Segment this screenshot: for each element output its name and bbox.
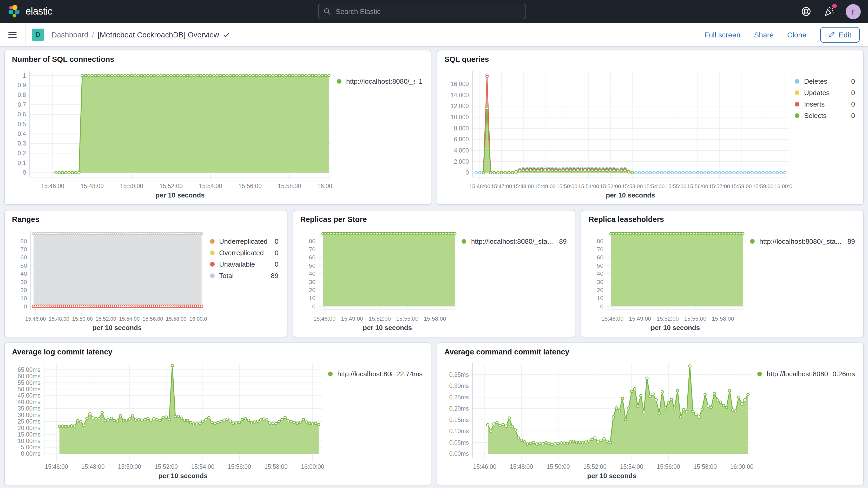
svg-text:15:50:00: 15:50:00 <box>118 463 142 470</box>
svg-text:15:59:00: 15:59:00 <box>753 183 774 189</box>
svg-text:0.30ms: 0.30ms <box>450 383 469 389</box>
svg-text:15:48:00: 15:48:00 <box>49 316 69 322</box>
legend-item: http://localhost:808...22.74ms <box>328 370 423 377</box>
svg-text:15:55:00: 15:55:00 <box>396 315 418 322</box>
svg-text:0.8: 0.8 <box>18 91 26 98</box>
legend-label: Total <box>219 272 267 279</box>
space-badge[interactable]: D <box>32 28 44 41</box>
legend-label: Deletes <box>804 78 847 85</box>
svg-text:0.6: 0.6 <box>18 111 26 118</box>
svg-text:15:51:00: 15:51:00 <box>578 183 599 189</box>
svg-text:15:46:00: 15:46:00 <box>473 463 496 470</box>
svg-text:50: 50 <box>597 262 604 269</box>
kibana-dashboard: elastic <box>0 0 868 488</box>
full-screen-link[interactable]: Full screen <box>704 30 740 39</box>
chart-legend: Deletes0Updates0Inserts0Selects0 <box>792 64 857 201</box>
legend-item: http://localhost:8080/_stat...1 <box>337 78 423 85</box>
svg-text:0.1: 0.1 <box>18 159 26 166</box>
dashboard-grid: Number of SQL connections 00.10.20.30.40… <box>0 47 868 488</box>
command-commit-latency-chart: 0.00ms0.05ms0.10ms0.15ms0.20ms0.25ms0.30… <box>443 357 754 482</box>
edit-button[interactable]: Edit <box>820 27 860 42</box>
pencil-icon <box>828 31 835 38</box>
replica-leaseholders-chart: 0102030405060708015:46:0015:49:0015:52:0… <box>588 224 747 334</box>
menu-button[interactable] <box>0 23 26 46</box>
legend-swatch <box>337 79 341 84</box>
legend-value: 0 <box>851 78 855 85</box>
svg-text:0.00ms: 0.00ms <box>21 450 40 457</box>
legend-label: Overreplicated <box>219 249 270 256</box>
legend-label: Underreplicated <box>219 238 270 245</box>
elastic-logo[interactable]: elastic <box>7 5 53 18</box>
legend-value: 0.26ms <box>833 370 855 377</box>
svg-text:0: 0 <box>23 169 26 176</box>
svg-text:0.5: 0.5 <box>18 121 26 128</box>
svg-text:per 10 seconds: per 10 seconds <box>651 324 700 332</box>
svg-text:10: 10 <box>309 295 315 301</box>
panel-replica-leaseholders: Replica leaseholders 0102030405060708015… <box>581 210 864 337</box>
help-button[interactable] <box>800 5 812 18</box>
svg-text:16,000: 16,000 <box>451 81 469 87</box>
svg-text:15:49:00: 15:49:00 <box>534 183 556 189</box>
svg-text:15:48:00: 15:48:00 <box>81 183 104 189</box>
svg-text:15:48:00: 15:48:00 <box>81 463 105 470</box>
svg-text:15:52:00: 15:52:00 <box>96 316 116 322</box>
breadcrumb-dashboard[interactable]: Dashboard <box>52 30 88 39</box>
svg-text:60: 60 <box>597 254 604 261</box>
svg-text:15:56:00: 15:56:00 <box>228 463 251 470</box>
svg-text:15.00ms: 15.00ms <box>18 431 40 438</box>
legend-label: Unavailable <box>219 261 270 268</box>
svg-text:0.9: 0.9 <box>18 82 26 89</box>
legend-value: 22.74ms <box>396 370 423 377</box>
svg-text:2,000: 2,000 <box>454 158 469 165</box>
share-link[interactable]: Share <box>754 30 774 39</box>
svg-text:15:49:00: 15:49:00 <box>341 315 363 322</box>
global-search[interactable] <box>318 4 526 19</box>
legend-value: 89 <box>271 272 278 279</box>
svg-text:10: 10 <box>20 295 27 301</box>
svg-text:per 10 seconds: per 10 seconds <box>587 472 636 480</box>
svg-text:50: 50 <box>309 262 315 269</box>
svg-text:0: 0 <box>465 169 469 176</box>
svg-text:15:56:00: 15:56:00 <box>238 183 262 189</box>
svg-text:15:46:00: 15:46:00 <box>313 315 336 322</box>
legend-swatch <box>795 79 799 84</box>
legend-label: Updates <box>804 89 847 96</box>
svg-text:40: 40 <box>597 270 604 277</box>
legend-value: 89 <box>847 238 855 245</box>
svg-text:35.00ms: 35.00ms <box>18 405 40 412</box>
legend-label: http://localhost:8080/_sta... <box>471 238 555 245</box>
clone-link[interactable]: Clone <box>787 30 806 39</box>
svg-text:0.2: 0.2 <box>18 150 26 157</box>
panel-number-of-sql-connections: Number of SQL connections 00.10.20.30.40… <box>4 50 431 205</box>
life-buoy-icon <box>800 6 812 17</box>
svg-text:15:46:00: 15:46:00 <box>469 183 490 189</box>
user-avatar[interactable]: r <box>846 4 861 19</box>
svg-text:15:48:00: 15:48:00 <box>510 463 533 470</box>
svg-text:15:50:00: 15:50:00 <box>120 183 144 189</box>
svg-text:15:46:00: 15:46:00 <box>41 183 64 189</box>
svg-text:15:58:00: 15:58:00 <box>278 183 301 189</box>
chart-legend: http://localhost:808...22.74ms <box>325 357 425 482</box>
svg-text:15:54:00: 15:54:00 <box>119 316 140 322</box>
sql-queries-chart: 02,0004,0006,0008,00010,00012,00014,0001… <box>443 64 792 201</box>
legend-value: 0 <box>275 261 279 268</box>
svg-text:15:58:00: 15:58:00 <box>264 463 288 470</box>
svg-text:0.20ms: 0.20ms <box>450 405 469 412</box>
svg-text:40.00ms: 40.00ms <box>18 399 40 405</box>
search-input[interactable] <box>335 7 520 16</box>
svg-text:0.05ms: 0.05ms <box>450 439 469 446</box>
svg-text:15:52:00: 15:52:00 <box>657 315 679 322</box>
page-title[interactable]: [Metricbeat CockroachDB] Overview <box>98 30 229 39</box>
panel-title: Replica leaseholders <box>589 215 857 223</box>
legend-swatch <box>462 239 466 244</box>
legend-value: 89 <box>559 238 566 245</box>
legend-swatch <box>757 372 762 376</box>
svg-text:10,000: 10,000 <box>451 114 469 121</box>
replicas-per-store-chart: 0102030405060708015:46:0015:49:0015:52:0… <box>299 224 458 334</box>
legend-value: 0 <box>851 112 855 119</box>
svg-text:10.00ms: 10.00ms <box>18 437 40 444</box>
svg-text:15:46:00: 15:46:00 <box>45 463 68 470</box>
legend-item: Inserts0 <box>795 101 855 108</box>
news-button[interactable] <box>823 5 835 18</box>
hamburger-icon <box>8 30 17 39</box>
